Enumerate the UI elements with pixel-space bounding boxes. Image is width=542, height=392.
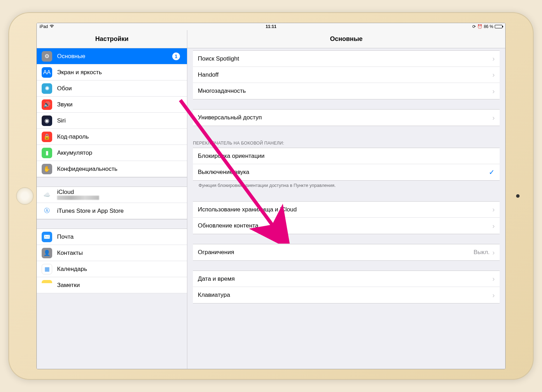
home-button[interactable] xyxy=(16,187,34,205)
speaker-icon: 🔊 xyxy=(42,99,52,110)
sidebar-item-icloud[interactable]: ☁️iCloud xyxy=(37,187,187,203)
detail-row[interactable]: Использование хранилища и iCloud› xyxy=(193,202,500,218)
row-value: Выкл. xyxy=(473,249,489,256)
notes-icon: ▤ xyxy=(42,280,52,290)
detail-row[interactable]: Дата и время› xyxy=(193,271,500,287)
sidebar-item-label: Почта xyxy=(57,233,182,240)
chevron-right-icon: › xyxy=(492,55,495,63)
sidebar-item-privacy[interactable]: ✋Конфиденциальность xyxy=(37,161,187,177)
row-label: Поиск Spotlight xyxy=(198,55,489,62)
detail-row[interactable]: Обновление контента› xyxy=(193,218,500,234)
ipad-frame: iPad 11:11 ⟳ ⏰ 86 % Настройки ⚙︎Основные… xyxy=(8,12,534,380)
chevron-right-icon: › xyxy=(492,291,495,299)
device-label: iPad xyxy=(40,24,48,29)
chevron-right-icon: › xyxy=(492,71,495,79)
sidebar-item-mail[interactable]: ✉️Почта xyxy=(37,229,187,245)
sidebar-item-label: Звуки xyxy=(57,101,182,108)
sidebar-item-label: Siri xyxy=(57,117,182,124)
battery-icon: ▮ xyxy=(42,148,52,158)
battery-percent: 86 % xyxy=(484,24,493,29)
sidebar-item-label: Календарь xyxy=(57,266,182,273)
sidebar-item-label: Основные xyxy=(57,53,172,60)
sidebar-item-battery[interactable]: ▮Аккумулятор xyxy=(37,145,187,161)
sidebar-item-siri[interactable]: ◉Siri xyxy=(37,113,187,129)
detail-row[interactable]: Выключение звука✓ xyxy=(193,164,500,180)
detail-row[interactable]: Handoff› xyxy=(193,67,500,83)
detail-row[interactable]: Поиск Spotlight› xyxy=(193,51,500,67)
sidebar-item-label: Контакты xyxy=(57,250,182,257)
sidebar-item-label: Экран и яркость xyxy=(57,69,182,76)
checkmark-icon: ✓ xyxy=(489,168,495,176)
chevron-right-icon: › xyxy=(492,275,495,283)
sidebar-item-contacts[interactable]: 👤Контакты xyxy=(37,245,187,261)
detail-row[interactable]: Клавиатура› xyxy=(193,287,500,303)
badge: 1 xyxy=(172,52,180,60)
sidebar-title: Настройки xyxy=(37,30,187,48)
siri-icon: ◉ xyxy=(42,115,52,126)
alarm-icon: ⏰ xyxy=(477,24,482,29)
sidebar-item-passcode[interactable]: 🔒Код-пароль xyxy=(37,129,187,145)
row-label: Клавиатура xyxy=(198,292,489,299)
chevron-right-icon: › xyxy=(492,205,495,214)
battery-icon xyxy=(495,25,502,28)
row-label: Многозадачность xyxy=(198,88,489,94)
lock-icon: 🔒 xyxy=(42,132,52,142)
detail-row[interactable]: Универсальный доступ› xyxy=(193,110,500,126)
front-camera xyxy=(516,194,520,198)
clock: 11:11 xyxy=(266,24,277,29)
row-label: Обновление контента xyxy=(198,222,489,229)
wifi-icon xyxy=(49,24,54,29)
detail-row[interactable]: Блокировка ориентации xyxy=(193,148,500,164)
settings-sidebar: Настройки ⚙︎Основные1AAЭкран и яркость✺О… xyxy=(37,30,187,369)
sidebar-item-label: Код-пароль xyxy=(57,133,182,140)
sidebar-item-label: Заметки xyxy=(57,282,182,289)
contacts-icon: 👤 xyxy=(42,248,52,258)
sidebar-item-label: iTunes Store и App Store xyxy=(57,208,182,215)
flower-icon: ✺ xyxy=(42,83,52,94)
sidebar-item-label: Обои xyxy=(57,85,182,92)
appstore-icon: Ⓐ xyxy=(42,206,52,216)
sidebar-item-label: iCloud xyxy=(57,189,182,196)
sidebar-item-wallpaper[interactable]: ✺Обои xyxy=(37,80,187,97)
sidebar-item-general[interactable]: ⚙︎Основные1 xyxy=(37,48,187,64)
sidebar-item-sounds[interactable]: 🔊Звуки xyxy=(37,97,187,113)
row-label: Блокировка ориентации xyxy=(198,153,495,160)
row-label: Универсальный доступ xyxy=(198,114,489,121)
row-label: Ограничения xyxy=(198,249,473,256)
row-label: Использование хранилища и iCloud xyxy=(198,206,489,213)
sidebar-item-notes[interactable]: ▤Заметки xyxy=(37,277,187,293)
mail-icon: ✉️ xyxy=(42,232,52,242)
sidebar-item-label: Конфиденциальность xyxy=(57,166,182,173)
sidebar-item-calendar[interactable]: ▦Календарь xyxy=(37,261,187,277)
detail-row[interactable]: ОграниченияВыкл.› xyxy=(193,244,500,260)
detail-pane: Основные Поиск Spotlight›Handoff›Многоза… xyxy=(187,30,505,369)
chevron-right-icon: › xyxy=(492,114,495,122)
detail-title: Основные xyxy=(187,30,505,48)
screen: iPad 11:11 ⟳ ⏰ 86 % Настройки ⚙︎Основные… xyxy=(36,23,506,369)
row-label: Дата и время xyxy=(198,275,489,282)
text-size-icon: AA xyxy=(42,67,52,78)
group-header: ПЕРЕКЛЮЧАТЕЛЬ НА БОКОВОЙ ПАНЕЛИ: xyxy=(187,136,505,148)
gear-icon: ⚙︎ xyxy=(42,51,52,62)
icloud-account-blurred xyxy=(57,196,182,201)
calendar-icon: ▦ xyxy=(42,264,52,274)
sidebar-item-itunes[interactable]: ⒶiTunes Store и App Store xyxy=(37,203,187,219)
group-footer: Функция блокировки ориентации доступна в… xyxy=(187,181,505,191)
row-label: Выключение звука xyxy=(198,169,486,176)
cloud-icon: ☁️ xyxy=(42,190,52,200)
sidebar-item-label: Аккумулятор xyxy=(57,149,182,156)
sidebar-item-display[interactable]: AAЭкран и яркость xyxy=(37,64,187,80)
chevron-right-icon: › xyxy=(492,248,495,257)
status-bar: iPad 11:11 ⟳ ⏰ 86 % xyxy=(37,23,505,30)
chevron-right-icon: › xyxy=(492,87,495,95)
rotation-lock-icon: ⟳ xyxy=(472,24,476,29)
hand-icon: ✋ xyxy=(42,164,52,174)
chevron-right-icon: › xyxy=(492,222,495,230)
row-label: Handoff xyxy=(198,71,489,78)
detail-row[interactable]: Многозадачность› xyxy=(193,83,500,99)
